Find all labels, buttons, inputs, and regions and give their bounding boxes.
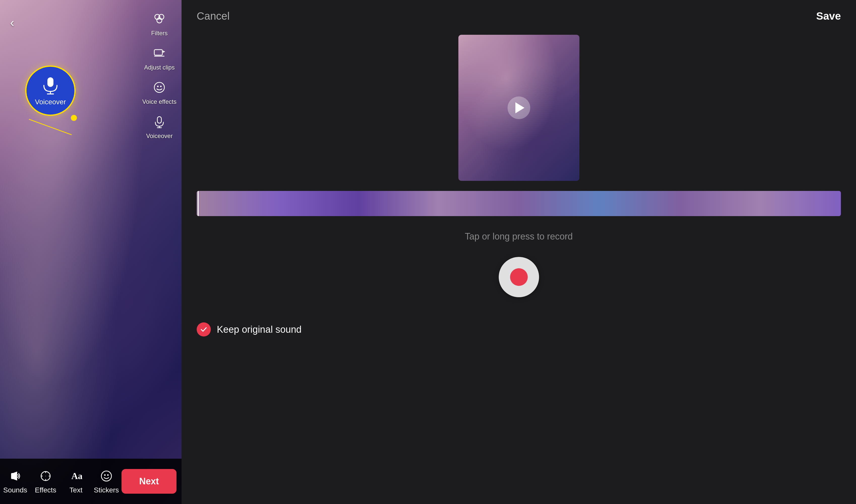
play-button[interactable] — [508, 96, 530, 119]
stickers-nav-item[interactable]: Stickers — [91, 468, 122, 494]
adjust-clips-label: Adjust clips — [144, 64, 174, 71]
next-button[interactable]: Next — [121, 469, 176, 494]
video-preview — [458, 35, 579, 181]
svg-point-10 — [46, 476, 46, 476]
svg-text:Aa: Aa — [71, 471, 83, 481]
svg-point-6 — [160, 86, 161, 87]
voiceover-mic-icon — [40, 75, 61, 95]
effects-nav-item[interactable]: Effects — [31, 468, 61, 494]
stickers-icon — [99, 468, 114, 484]
cancel-button[interactable]: Cancel — [197, 10, 230, 22]
record-dot — [510, 268, 528, 286]
svg-point-13 — [104, 474, 106, 476]
sounds-icon — [7, 468, 23, 484]
voiceover-circle: Voiceover — [25, 66, 76, 116]
checkmark-icon — [200, 325, 208, 334]
record-button-container — [197, 257, 841, 297]
keep-sound-row[interactable]: Keep original sound — [197, 317, 841, 342]
play-icon — [515, 102, 525, 113]
filters-button[interactable]: Filters — [151, 10, 168, 37]
stickers-label: Stickers — [94, 486, 119, 494]
voiceover-toolbar-icon — [151, 113, 168, 130]
timeline-strip[interactable] — [197, 191, 841, 216]
adjust-clips-button[interactable]: Adjust clips — [144, 44, 174, 71]
voiceover-toolbar-label: Voiceover — [146, 132, 172, 140]
right-panel: Cancel Save Tap or long press to record — [182, 0, 856, 504]
right-toolbar: Filters Adjust clips — [142, 10, 176, 140]
voice-effects-label: Voice effects — [142, 98, 176, 105]
text-icon: Aa — [68, 468, 83, 484]
keep-sound-checkbox[interactable] — [197, 322, 211, 337]
filters-label: Filters — [151, 30, 168, 37]
app-container: ‹ Filters — [0, 0, 856, 504]
record-button[interactable] — [499, 257, 539, 297]
bottom-nav: Sounds Effects — [0, 459, 182, 504]
svg-point-4 — [154, 83, 165, 92]
sounds-nav-item[interactable]: Sounds — [0, 468, 31, 494]
text-label: Text — [70, 486, 83, 494]
timeline-segment-2 — [277, 191, 358, 216]
back-button[interactable]: ‹ — [10, 15, 14, 30]
save-button[interactable]: Save — [816, 10, 841, 22]
svg-point-5 — [157, 86, 159, 87]
svg-rect-7 — [157, 116, 161, 123]
timeline-segment-3 — [358, 191, 438, 216]
effects-icon — [38, 468, 53, 484]
timeline-segment-8 — [760, 191, 841, 216]
left-panel: ‹ Filters — [0, 0, 182, 504]
voiceover-tooltip-label: Voiceover — [35, 98, 66, 106]
timeline-segment-5 — [519, 191, 599, 216]
adjust-clips-icon — [151, 44, 168, 62]
timeline-segment-7 — [680, 191, 760, 216]
timeline-segment-4 — [438, 191, 519, 216]
voiceover-connector-dot — [71, 115, 77, 121]
keep-sound-label: Keep original sound — [217, 324, 302, 335]
text-nav-item[interactable]: Aa Text — [61, 468, 91, 494]
sounds-label: Sounds — [3, 486, 27, 494]
voice-effects-button[interactable]: Voice effects — [142, 78, 176, 105]
timeline-segment-1 — [197, 191, 277, 216]
effects-label: Effects — [35, 486, 56, 494]
voice-effects-icon — [151, 78, 168, 96]
svg-rect-3 — [154, 50, 162, 55]
voiceover-toolbar-button[interactable]: Voiceover — [146, 113, 172, 140]
timeline-cursor — [198, 191, 199, 216]
svg-point-14 — [107, 474, 109, 476]
svg-rect-8 — [47, 77, 53, 87]
timeline-segment-6 — [599, 191, 680, 216]
svg-point-12 — [101, 471, 112, 481]
filters-icon — [151, 10, 168, 28]
voiceover-tooltip: Voiceover — [25, 66, 76, 116]
right-header: Cancel Save — [197, 10, 841, 22]
record-hint: Tap or long press to record — [197, 231, 841, 242]
